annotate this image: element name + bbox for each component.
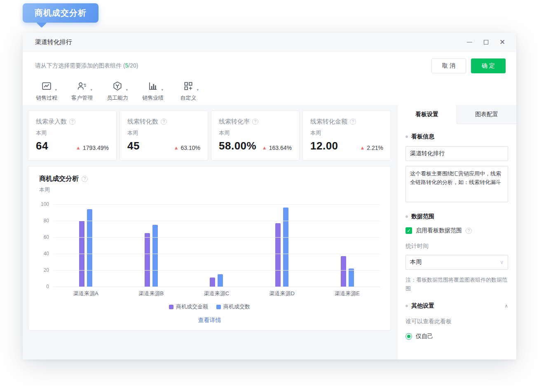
help-icon[interactable]: ?	[161, 119, 167, 125]
grid-line	[53, 204, 380, 205]
x-category-label: 渠道来源A	[53, 290, 119, 297]
section-data-range: 数据范围	[411, 213, 434, 220]
stat-card-delta: 63.10%	[181, 145, 200, 151]
close-button[interactable]: ✕	[499, 39, 506, 45]
bullet-icon	[405, 305, 408, 307]
grid-line	[53, 237, 380, 238]
legend-item[interactable]: 商机成交金额	[169, 303, 208, 310]
only-me-radio[interactable]	[405, 333, 412, 340]
stat-card-conversion-rate[interactable]: 线索转化率 ? 本周 58.00% ▲163.64%	[211, 110, 300, 161]
chart-period: 本周	[39, 186, 380, 194]
chevron-down-icon: ▾	[197, 88, 199, 92]
dialog-titlebar: 渠道转化排行 ✕	[23, 33, 516, 51]
toolbar-item-employee-ability[interactable]: ▾ 员工能力	[106, 79, 129, 102]
stat-card-period: 本周	[219, 129, 292, 137]
toolbar-item-custom[interactable]: ▾ 自定义	[177, 79, 200, 102]
bar	[218, 274, 223, 287]
stat-card-title: 线索转化数	[127, 118, 158, 126]
chevron-down-icon: ▾	[55, 88, 57, 92]
view-details-link[interactable]: 查看详情	[39, 317, 380, 324]
y-tick-label: 100	[41, 201, 49, 207]
toolbar-item-label: 销售业绩	[142, 94, 164, 102]
panel-body: 看板信息 这个看板主要围绕汇营销应用中，线索全链路转化的分析，如：线索转化漏斗 …	[397, 124, 516, 349]
board-name-input[interactable]	[405, 146, 508, 161]
section-board-info: 看板信息	[411, 133, 434, 140]
time-range-select[interactable]: 本周 ∨	[405, 255, 508, 270]
y-tick-label: 20	[44, 267, 49, 273]
component-category-toolbar: ▾ 销售过程 ▾ 客户管理 ▾	[23, 77, 516, 105]
grid-line	[53, 221, 380, 221]
toolbar-item-label: 自定义	[180, 94, 197, 102]
stat-card-leads-entered[interactable]: 线索录入数 ? 本周 64 ▲1793.49%	[28, 110, 117, 161]
maximize-icon	[484, 40, 488, 44]
help-icon[interactable]: ?	[252, 119, 258, 125]
stat-card-title: 线索录入数	[36, 118, 67, 126]
grid-line	[53, 254, 380, 254]
bar-group	[249, 204, 315, 287]
time-range-label: 统计时间	[405, 243, 508, 250]
maximize-button[interactable]	[483, 39, 489, 45]
plot-area	[53, 204, 380, 287]
legend-label: 商机成交数	[223, 303, 250, 310]
help-icon[interactable]: ?	[69, 119, 75, 125]
bars-row	[53, 204, 380, 287]
toolbar-item-sales-performance[interactable]: ▾ 销售业绩	[141, 79, 164, 102]
dialog-content: 线索录入数 ? 本周 64 ▲1793.49% 线索转化数 ? 本周	[23, 105, 516, 359]
stat-card-leads-converted[interactable]: 线索转化数 ? 本周 45 ▲63.10%	[120, 110, 208, 161]
chevron-up-icon[interactable]: ∧	[504, 303, 508, 309]
component-picker-hint: 请从下方选择需要添加的图表组件 (5/20)	[35, 62, 138, 70]
checkbox-label: 启用看板数据范围	[416, 227, 462, 234]
arrow-up-icon: ▲	[360, 145, 365, 151]
tab-board-settings[interactable]: 看板设置	[397, 105, 457, 124]
y-tick-label: 80	[44, 218, 49, 224]
enable-data-range-checkbox[interactable]: ✓	[405, 227, 412, 234]
bar-group	[184, 204, 249, 287]
stat-card-conversion-amount[interactable]: 线索转化金额 ? 本周 12.00 ▲2.21%	[302, 110, 391, 161]
help-icon[interactable]: ?	[350, 119, 356, 125]
bar	[145, 233, 150, 287]
minimize-button[interactable]	[466, 39, 473, 45]
stat-cards-row: 线索录入数 ? 本周 64 ▲1793.49% 线索转化数 ? 本周	[28, 110, 391, 161]
stat-card-period: 本周	[310, 129, 383, 137]
hint-text: 请从下方选择需要添加的图表组件 (	[35, 62, 125, 69]
y-tick-label: 60	[44, 234, 49, 240]
stat-card-title: 线索转化金额	[310, 118, 347, 126]
bar-group	[314, 204, 380, 287]
custom-grid-plus-icon: ▾	[181, 79, 195, 93]
cancel-button[interactable]: 取 消	[431, 58, 466, 73]
window-controls: ✕	[466, 39, 506, 45]
bar	[275, 223, 281, 287]
trend-chart-icon: ▾	[40, 79, 54, 93]
toolbar-item-sales-process[interactable]: ▾ 销售过程	[35, 79, 58, 102]
toolbar-item-customer-management[interactable]: ▾ 客户管理	[70, 79, 94, 102]
x-category-label: 渠道来源C	[184, 290, 249, 297]
help-icon[interactable]: ?	[82, 176, 88, 182]
arrow-up-icon: ▲	[262, 145, 267, 151]
tab-chart-config[interactable]: 图表配置	[457, 105, 516, 124]
dialog-title: 渠道转化排行	[35, 38, 72, 46]
bar	[210, 278, 215, 287]
data-range-note: 注：看板数据范围将覆盖图表组件的数据范围	[405, 275, 508, 293]
radio-dot	[407, 335, 410, 338]
board-desc-textarea[interactable]: 这个看板主要围绕汇营销应用中，线索全链路转化的分析，如：线索转化漏斗	[405, 166, 508, 202]
confirm-button[interactable]: 确 定	[471, 58, 506, 73]
help-icon[interactable]: ?	[466, 228, 472, 234]
chart-legend: 商机成交金额商机成交数	[39, 303, 380, 310]
channel-conversion-dialog: 渠道转化排行 ✕ 请从下方选择需要添加的图表组件 (5/20) 取 消 确 定 …	[23, 33, 516, 359]
chart-title: 商机成交分析	[39, 175, 79, 183]
dashboard-preview-area: 线索录入数 ? 本周 64 ▲1793.49% 线索转化数 ? 本周	[23, 105, 397, 359]
panel-tabs: 看板设置 图表配置	[397, 105, 516, 124]
stat-card-title: 线索转化率	[219, 118, 250, 126]
legend-swatch	[169, 305, 173, 309]
chevron-down-icon: ∨	[500, 259, 504, 265]
settings-panel: 看板设置 图表配置 看板信息 这个看板主要围绕汇营销应用中，线索全链路转化的分析…	[397, 105, 516, 359]
chevron-down-icon: ▾	[161, 88, 163, 92]
dialog-subheader: 请从下方选择需要添加的图表组件 (5/20) 取 消 确 定	[23, 51, 516, 77]
bar	[283, 208, 288, 287]
deal-analysis-chart-card[interactable]: 商机成交分析 ? 本周 100806040200 渠道来源A渠道来源B渠道来源C…	[28, 166, 391, 331]
legend-label: 商机成交金额	[176, 303, 208, 310]
bar-chart-icon: ▾	[146, 79, 160, 93]
close-icon: ✕	[499, 39, 505, 46]
stat-card-value: 58.00%	[219, 140, 256, 152]
legend-item[interactable]: 商机成交数	[216, 303, 250, 310]
